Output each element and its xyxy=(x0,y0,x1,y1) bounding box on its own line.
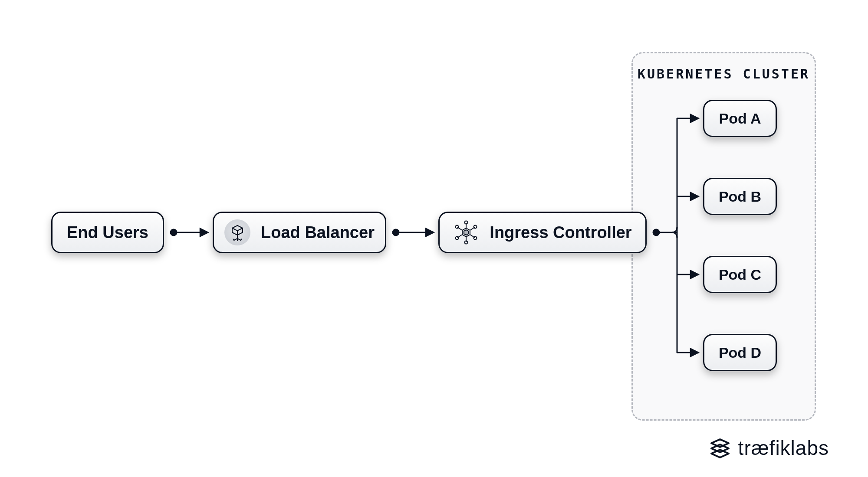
ingress-controller-label: Ingress Controller xyxy=(490,223,631,242)
network-mesh-icon xyxy=(453,219,479,245)
load-balancer-node: Load Balancer xyxy=(213,212,386,253)
brand-logo: træfiklabs xyxy=(709,436,829,460)
traefik-logo-icon xyxy=(709,437,731,459)
load-balancer-label: Load Balancer xyxy=(261,223,375,242)
svg-point-13 xyxy=(456,237,459,240)
pod-a-label: Pod A xyxy=(719,110,761,127)
diagram-canvas: KUBERNETES CLUSTER End Users Load Balanc… xyxy=(0,0,868,477)
svg-point-10 xyxy=(474,225,477,229)
brand-name: træfiklabs xyxy=(738,436,829,460)
pod-a-node: Pod A xyxy=(703,100,777,137)
svg-point-14 xyxy=(171,229,177,235)
ingress-controller-node: Ingress Controller xyxy=(438,212,647,253)
svg-point-12 xyxy=(456,225,459,229)
pod-b-label: Pod B xyxy=(719,188,761,205)
pod-d-label: Pod D xyxy=(719,344,761,361)
svg-marker-1 xyxy=(464,230,468,235)
pod-c-node: Pod C xyxy=(703,256,777,293)
cluster-title: KUBERNETES CLUSTER xyxy=(633,66,815,82)
svg-point-16 xyxy=(393,229,399,235)
pod-b-node: Pod B xyxy=(703,178,777,215)
pod-d-node: Pod D xyxy=(703,334,777,371)
end-users-label: End Users xyxy=(67,223,148,242)
pod-c-label: Pod C xyxy=(719,266,761,283)
load-balancer-icon xyxy=(224,219,250,245)
end-users-node: End Users xyxy=(51,212,164,253)
svg-point-11 xyxy=(474,237,477,240)
